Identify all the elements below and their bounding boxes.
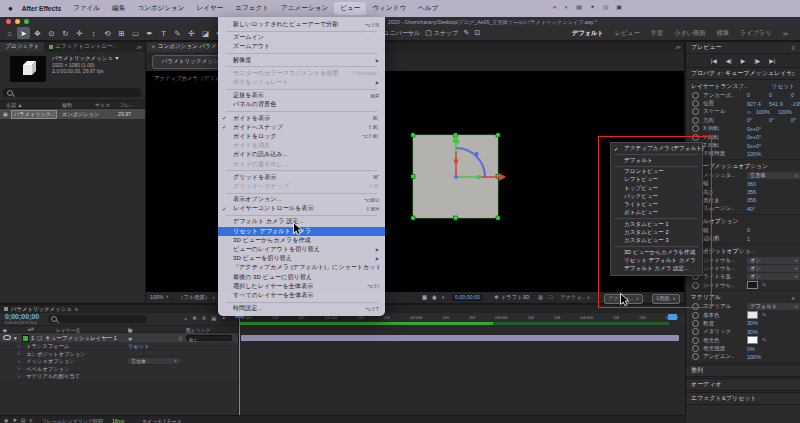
twirl-icon[interactable]: › (18, 343, 20, 349)
view-menu-item-14[interactable]: ✓ガイドへスナップ⇧⌘; (218, 123, 385, 132)
pen-quick-icon[interactable]: ✎ (463, 29, 469, 37)
eyedropper-icon[interactable]: ✎ (762, 312, 767, 318)
shy-icon[interactable]: ◒ (184, 315, 187, 321)
view-menu-item-15[interactable]: ガイドをロック⌥⇧⌘; (218, 132, 385, 141)
layer-name[interactable]: キューブメッシュレイヤー 1 (45, 335, 117, 342)
rotation-tool[interactable]: ⟲ (101, 27, 114, 39)
camera-popup-item-13[interactable]: カスタムビュー 3 (611, 237, 702, 245)
next-frame-button[interactable]: |▶ (754, 58, 760, 64)
pick-whip-icon[interactable]: ◎ (178, 335, 183, 341)
menubar-item-0[interactable]: After Effects (16, 3, 67, 14)
panel-menu-icon[interactable]: ≡ (792, 295, 795, 301)
menubar-item-5[interactable]: エフェクト (229, 2, 275, 15)
display-icon[interactable]: ◐ (565, 4, 569, 10)
layer-duration-bar[interactable] (241, 335, 679, 341)
link-dimensions-icon[interactable]: ∞ (747, 109, 751, 115)
pen-tool[interactable]: ✒ (143, 27, 156, 39)
pan-camera-tool[interactable]: ✛ (73, 27, 86, 39)
graph-editor-icon[interactable]: ▤ (211, 315, 216, 321)
property-value[interactable]: 100% (756, 109, 774, 115)
property-value[interactable]: 1 (747, 236, 765, 242)
view-menu-item-28[interactable]: 3D ビューからカメラを作成 (218, 236, 385, 245)
minimize-window-icon[interactable] (15, 19, 20, 24)
menubar-item-1[interactable]: ファイル (67, 2, 106, 15)
pen-quick-control[interactable]: ✎ (463, 29, 469, 37)
panel-menu-icon[interactable]: ≡ (791, 71, 795, 77)
view-menu-item-34[interactable]: すべてのレイヤーを全体表示 (218, 291, 385, 300)
property-value[interactable]: 0° (747, 117, 765, 123)
stopwatch-icon[interactable] (692, 125, 699, 132)
hand-tool[interactable]: ✥ (31, 27, 44, 39)
eraser-tool[interactable]: ◪ (199, 27, 212, 39)
property-value[interactable]: 0x+0° (747, 143, 765, 149)
section-header-2[interactable]: エフェクト&プリセット (686, 392, 800, 405)
control-center-icon[interactable]: ▣ (616, 3, 622, 10)
property-value[interactable]: 0 (747, 92, 765, 98)
property-value[interactable]: 100% (747, 354, 765, 360)
twirl-icon[interactable]: › (18, 373, 20, 379)
property-dropdown[interactable]: オン∨ (747, 257, 800, 264)
workspace-tab-5[interactable]: ライブラリ (740, 29, 772, 38)
view-menu-item-32[interactable]: 最後の 3D ビューに切り替え (218, 273, 385, 282)
view-layout-dropdown[interactable]: 1画面∨ (652, 294, 680, 304)
workspace-tab-3[interactable]: 小さい画面 (674, 29, 705, 38)
camera-popup-item-6[interactable]: トップビュー (611, 185, 702, 193)
workspace-tab-1[interactable]: レビュー (615, 29, 640, 38)
record-status-icon[interactable]: ● (553, 4, 557, 10)
layer-label-chip[interactable] (22, 335, 29, 342)
channels-icon[interactable]: ◐ (442, 294, 445, 300)
brush-tool[interactable]: ✎ (171, 27, 184, 39)
timeline-property-row[interactable]: ›ベベルオプション (0, 365, 238, 373)
stopwatch-icon[interactable] (692, 134, 699, 141)
property-value[interactable]: 0° (791, 117, 800, 123)
view-menu-item-24[interactable]: ✓レイヤーコントロールを表示⇧⌘H (218, 204, 385, 213)
column-header-0[interactable]: 名前 ▲ (6, 102, 22, 108)
view-menu-item-36[interactable]: 時間設定...⌥⇧T (218, 304, 385, 313)
stopwatch-icon[interactable] (692, 312, 699, 319)
property-value[interactable]: 0° (769, 117, 787, 123)
current-time-field[interactable]: 0;00;00;00 (452, 294, 483, 301)
view-menu-item-17[interactable]: ガイドの読み込み... (218, 150, 385, 159)
property-value[interactable]: 0% (747, 346, 765, 352)
property-value[interactable]: 30% (747, 320, 765, 326)
work-area-end-marker[interactable] (668, 314, 677, 320)
snap-icon[interactable]: ▢ (425, 29, 432, 37)
workspace-tab-2[interactable]: 学習 (651, 29, 663, 38)
property-dropdown[interactable]: オン∨ (747, 265, 800, 272)
property-value[interactable]: 356 (747, 189, 765, 195)
orbit-camera-tool[interactable]: ↻ (59, 27, 72, 39)
twirl-icon[interactable]: › (18, 350, 20, 356)
property-value[interactable]: 0 (747, 227, 765, 233)
layer-row[interactable]: ▾ 1 ❑ キューブメッシュレイヤー 1 ✦◐☀ ◎ なし∨ (0, 333, 238, 342)
3d-view-dropdown[interactable]: アクティ..∨ (560, 294, 590, 301)
switches-modes-toggle[interactable]: スイッチ / モード (142, 418, 182, 423)
reset-link[interactable]: リセット (771, 82, 795, 91)
close-icon[interactable]: ✕ (151, 44, 156, 50)
stopwatch-icon[interactable] (692, 117, 699, 124)
column-header-1[interactable]: 種類 (62, 102, 72, 108)
comp-name[interactable]: パラメトリックメッシュ ▼ (52, 55, 120, 62)
crosshair-control[interactable]: ⊡ (474, 29, 480, 37)
menubar-item-6[interactable]: アニメーション (275, 2, 334, 15)
camera-popup-item-12[interactable]: カスタムビュー 2 (611, 229, 702, 237)
menubar-item-2[interactable]: 編集 (106, 2, 131, 15)
panel-overflow-icon[interactable]: ≫ (133, 42, 145, 52)
stopwatch-icon[interactable] (692, 353, 699, 360)
twirl-icon[interactable]: › (18, 365, 20, 371)
view-menu-item-0[interactable]: 新しいロックされたビューアーで分割⌥⇧N (218, 20, 385, 29)
mask-visibility-icon[interactable]: ❒ (548, 294, 553, 300)
spotlight-icon[interactable]: ◎ (603, 3, 608, 10)
crosshair-icon[interactable]: ⊡ (474, 29, 480, 37)
timeline-search-input[interactable] (48, 315, 146, 323)
close-window-icon[interactable] (6, 19, 11, 24)
view-menu-item-20[interactable]: グリッドを表示⌘' (218, 173, 385, 182)
timeline-property-row[interactable]: ›メッシュオプション立方体∨ (0, 357, 238, 365)
prev-frame-button[interactable]: ◀| (726, 58, 732, 64)
camera-popup-item-9[interactable]: ボトムビュー (611, 209, 702, 217)
tab-project[interactable]: プロジェクト (0, 42, 44, 52)
transparency-grid-icon[interactable]: ▦ (422, 294, 427, 300)
panel-menu-icon[interactable]: ≡ (75, 306, 78, 312)
panel-overflow-icon[interactable]: ≫ (672, 42, 684, 52)
snap-control[interactable]: ▢スナップ (425, 29, 458, 38)
type-tool[interactable]: T (157, 27, 170, 39)
